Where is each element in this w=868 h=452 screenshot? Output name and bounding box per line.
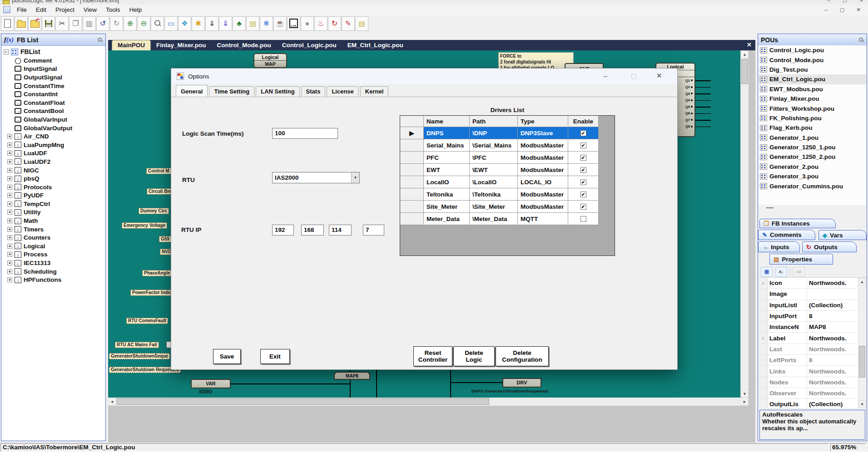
save-icon[interactable] (42, 16, 55, 31)
zoom-out-icon[interactable]: ⊖ (137, 16, 150, 31)
expand-icon[interactable]: + (7, 244, 12, 249)
driver-type-cell[interactable]: ModbusMaster (518, 152, 568, 164)
row-selector[interactable] (400, 164, 424, 176)
settings-gear-icon[interactable]: ✱ (192, 16, 205, 31)
expand-icon[interactable]: + (7, 218, 12, 223)
column-header-enable[interactable]: Enable (568, 116, 599, 127)
property-row-InputListI[interactable]: InputListI(Collection) (759, 300, 866, 311)
driver-path-cell[interactable]: \Site_Meter (470, 201, 518, 213)
driver-name-cell[interactable]: Meter_Data (424, 213, 470, 225)
tab-close-icon[interactable]: ✕ (747, 41, 752, 48)
upload-logic-icon[interactable]: ⇓ (219, 16, 232, 31)
canvas-signal-label[interactable]: GeneratorShutdown Requested (109, 367, 181, 373)
driver-path-cell[interactable]: \PFC (470, 152, 518, 164)
vars-button[interactable]: ◆ Vars (818, 230, 867, 240)
canvas-vertical-scrollbar[interactable]: ▲ ▼ (740, 50, 749, 398)
column-header-path[interactable]: Path (470, 116, 518, 127)
property-value[interactable]: Northwoods. (807, 366, 866, 376)
property-row-Nodes[interactable]: NodesNorthwoods. (759, 377, 866, 388)
outputs-button[interactable]: ↻ Outputs (802, 241, 857, 252)
fb-item-Utility[interactable]: +↓Utility (1, 208, 105, 217)
property-row-InstanceN[interactable]: InstanceNMAP8 (759, 322, 866, 333)
canvas-horizontal-scrollbar[interactable]: ◄ ► (108, 398, 749, 406)
doc-tab-Control_Mode-pou[interactable]: Control_Mode.pou (212, 40, 277, 50)
canvas-signal-label[interactable]: PowerFactor Indica (130, 290, 176, 296)
rtu-ip-octet-1[interactable]: 192 (272, 225, 294, 236)
property-value[interactable]: Northwoods. (807, 333, 866, 343)
properties-tab[interactable]: ▤ Properties (769, 254, 833, 265)
enable-checkbox[interactable]: ✔ (580, 142, 586, 148)
column-header-name[interactable]: Name (424, 116, 470, 127)
categorized-view-icon[interactable]: ▦ (761, 267, 773, 277)
driver-enable-cell[interactable]: ✔ (568, 176, 599, 188)
power-reset-icon[interactable]: ↻ (328, 16, 341, 31)
driver-enable-cell[interactable]: ✔ (568, 152, 599, 164)
fb-item-OutputSignal[interactable]: ←OutputSignal (1, 73, 105, 82)
map8-block[interactable]: MAP8 (334, 372, 370, 380)
driver-row-Teltonika[interactable]: Teltonika\TeltonikaModbusMaster✔ (400, 188, 615, 201)
enable-checkbox[interactable]: ✔ (580, 192, 586, 197)
canvas-signal-label[interactable]: G59 (159, 236, 171, 242)
expand-chevron-icon[interactable]: › (759, 278, 768, 288)
logical-map-block[interactable]: Logical MAP (253, 53, 287, 68)
zoom-in-icon[interactable]: ⊕ (124, 16, 137, 31)
driver-name-cell[interactable]: EWT (424, 164, 470, 176)
canvas-signal-label[interactable]: Control M (146, 168, 171, 174)
property-grid-scrollbar[interactable]: ▲ ▼ (858, 278, 866, 408)
fb-item-IEC11313[interactable]: +↓IEC11313 (1, 259, 105, 267)
delete-configuration-button[interactable]: Delete Configuration (496, 346, 549, 366)
prop-scroll-thumb[interactable] (859, 346, 865, 378)
fb-item-NIGC[interactable]: +↓NIGC (1, 166, 105, 175)
driver-type-cell[interactable]: ModbusMaster (518, 188, 568, 201)
scroll-right-icon[interactable]: ► (741, 398, 749, 405)
fb-item-Protocols[interactable]: +↓Protocols (1, 183, 105, 192)
go-online-icon[interactable]: ♣ (233, 16, 246, 31)
enable-checkbox[interactable] (580, 216, 586, 222)
driver-path-cell[interactable]: \Teltonika (470, 188, 518, 201)
driver-type-cell[interactable]: ModbusMaster (518, 201, 568, 213)
fb-tree-root[interactable]: − FBList (1, 47, 105, 56)
canvas-signal-label[interactable]: GeneratorShutdownSeque (109, 353, 170, 359)
expand-icon[interactable]: + (7, 168, 12, 173)
expand-icon[interactable]: + (7, 235, 12, 240)
driver-row-Meter_Data[interactable]: Meter_Data\Meter_DataMQTT (400, 213, 615, 225)
property-value[interactable]: Northwoods. (807, 344, 866, 354)
copy-icon[interactable]: ❐ (69, 16, 82, 31)
property-row-Label[interactable]: ›LabelNorthwoods. (759, 333, 866, 344)
expand-icon[interactable]: + (7, 142, 12, 147)
driver-name-cell[interactable]: PFC (424, 152, 470, 164)
child-minimize-button[interactable]: – (821, 7, 831, 13)
window-minimize-button[interactable]: – (828, 0, 830, 3)
property-value[interactable]: 8 (807, 355, 866, 365)
window-close-button[interactable]: ✕ (860, 0, 863, 3)
download-logic-icon[interactable]: ⇓ (205, 16, 218, 31)
expand-icon[interactable]: + (7, 185, 12, 190)
pou-item-Generator_2-pou[interactable]: Generator_2.pou (759, 162, 866, 172)
pou-item-Flag_Kerb-pou[interactable]: Flag_Kerb.pou (759, 123, 866, 133)
property-row-InputPort[interactable]: InputPort8 (759, 311, 866, 322)
fb-item-Math[interactable]: +↓Math (1, 216, 105, 225)
property-value[interactable]: Northwoods. (807, 377, 866, 388)
enable-checkbox[interactable]: ✔ (580, 155, 586, 161)
property-value[interactable]: Northwoods. (807, 278, 866, 288)
driver-name-cell[interactable]: Site_Meter (424, 201, 470, 213)
var-block[interactable]: VAR (191, 379, 231, 388)
expand-icon[interactable]: + (7, 201, 12, 206)
scroll-down-icon[interactable]: ▼ (858, 400, 866, 408)
row-selector[interactable] (400, 188, 424, 201)
fb-item-Process[interactable]: +↓Process (1, 251, 105, 259)
property-value[interactable]: (Collection) (807, 300, 866, 310)
new-file-icon[interactable] (1, 16, 14, 31)
pou-item-Generator_Cummins-pou[interactable]: Generator_Cummins.pou (759, 181, 866, 191)
dialog-titlebar[interactable]: Options (171, 69, 677, 84)
debug-bug-icon[interactable]: ❖ (178, 16, 191, 31)
exit-button[interactable]: Exit (260, 349, 290, 364)
dialog-tab-license[interactable]: License (327, 86, 358, 97)
pin-icon[interactable] (98, 37, 103, 42)
expand-icon[interactable]: + (7, 176, 12, 181)
enable-checkbox[interactable]: ✔ (580, 179, 586, 185)
coffee-break-icon[interactable]: ☕ (273, 16, 287, 31)
scan-time-input[interactable]: 100 (272, 128, 338, 139)
driver-path-cell[interactable]: \Meter_Data (470, 213, 518, 225)
fb-item-PyUDF[interactable]: +↓PyUDF (1, 192, 105, 200)
